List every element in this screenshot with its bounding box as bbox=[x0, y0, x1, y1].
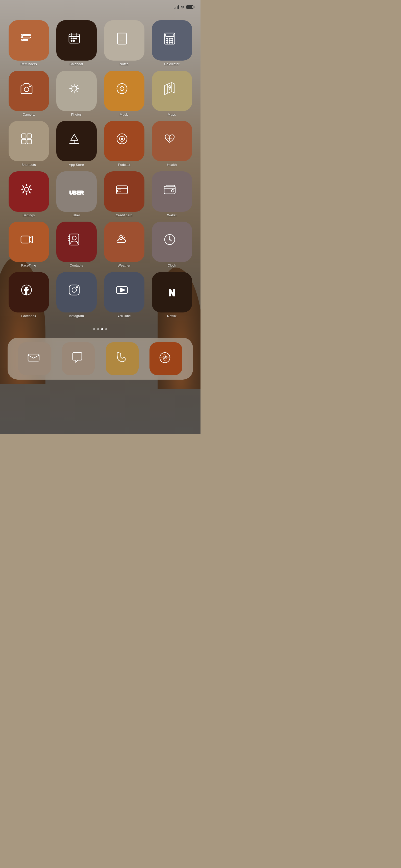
app-icon-appstore bbox=[56, 121, 97, 161]
svg-rect-5 bbox=[22, 39, 23, 40]
svg-point-57 bbox=[25, 187, 29, 191]
page-dot-3[interactable] bbox=[105, 328, 107, 330]
svg-rect-46 bbox=[22, 139, 26, 144]
app-uber[interactable]: UBERUber bbox=[54, 172, 99, 217]
app-icon-reminders bbox=[8, 20, 49, 61]
app-icon-creditcard bbox=[104, 172, 144, 212]
svg-point-28 bbox=[169, 42, 170, 43]
svg-point-52 bbox=[121, 138, 123, 140]
app-label-podcast: Podcast bbox=[118, 163, 130, 167]
app-clock[interactable]: Clock bbox=[149, 222, 195, 268]
app-icon-maps bbox=[152, 71, 192, 111]
svg-rect-4 bbox=[22, 37, 23, 38]
app-label-weather: Weather bbox=[118, 264, 130, 268]
signal-icon bbox=[174, 5, 179, 9]
app-settings[interactable]: Settings bbox=[6, 172, 51, 217]
app-notes[interactable]: Notes bbox=[102, 20, 147, 66]
app-shortcuts[interactable]: Shortcuts bbox=[6, 121, 51, 167]
app-instagram[interactable]: Instagram bbox=[54, 272, 99, 318]
app-icon-youtube bbox=[104, 272, 144, 312]
svg-rect-67 bbox=[21, 236, 30, 243]
svg-point-69 bbox=[72, 236, 76, 240]
svg-point-27 bbox=[166, 42, 168, 43]
app-facetime[interactable]: FaceTime bbox=[6, 222, 51, 268]
app-wallet[interactable]: Wallet bbox=[149, 172, 195, 217]
app-creditcard[interactable]: Credit card bbox=[102, 172, 147, 217]
app-label-photos: Photos bbox=[71, 113, 82, 117]
app-icon-calculator bbox=[152, 20, 192, 61]
app-netflix[interactable]: NNetflix bbox=[149, 272, 195, 318]
svg-rect-0 bbox=[23, 35, 31, 36]
app-photos[interactable]: Photos bbox=[54, 71, 99, 117]
svg-point-32 bbox=[72, 86, 77, 91]
app-facebook[interactable]: Facebook bbox=[6, 272, 51, 318]
app-maps[interactable]: Maps bbox=[149, 71, 195, 117]
page-dot-0[interactable] bbox=[93, 328, 95, 330]
app-icon-facebook bbox=[8, 272, 49, 312]
page-dot-2[interactable] bbox=[101, 328, 103, 330]
app-grid: RemindersCalendarNotesCalculatorCameraPh… bbox=[0, 15, 200, 323]
svg-line-37 bbox=[71, 85, 72, 86]
svg-point-84 bbox=[76, 286, 78, 288]
app-weather[interactable]: Weather bbox=[102, 222, 147, 268]
app-icon-instagram bbox=[56, 272, 97, 312]
svg-rect-20 bbox=[166, 34, 174, 37]
app-label-notes: Notes bbox=[120, 62, 128, 66]
app-music[interactable]: Music bbox=[102, 71, 147, 117]
app-icon-shortcuts bbox=[8, 121, 49, 161]
app-icon-netflix: N bbox=[152, 272, 192, 312]
svg-point-21 bbox=[166, 38, 168, 39]
app-label-netflix: Netflix bbox=[167, 314, 177, 318]
app-reminders[interactable]: Reminders bbox=[6, 20, 51, 66]
app-label-instagram: Instagram bbox=[69, 314, 84, 318]
app-icon-photos bbox=[56, 71, 97, 111]
svg-point-24 bbox=[166, 40, 168, 41]
app-label-facetime: FaceTime bbox=[21, 264, 36, 268]
dock-messages[interactable] bbox=[62, 342, 95, 375]
app-label-contacts: Contacts bbox=[70, 264, 83, 268]
svg-rect-61 bbox=[117, 190, 121, 192]
page-dots bbox=[0, 326, 200, 333]
app-label-youtube: YouTube bbox=[117, 314, 131, 318]
dock-mail[interactable] bbox=[18, 342, 51, 375]
page-dot-1[interactable] bbox=[97, 328, 99, 330]
app-health[interactable]: Health bbox=[149, 121, 195, 167]
app-label-calculator: Calculator bbox=[164, 62, 179, 66]
svg-point-26 bbox=[171, 40, 173, 41]
svg-rect-15 bbox=[117, 33, 126, 44]
app-icon-clock bbox=[152, 222, 192, 262]
svg-rect-68 bbox=[70, 234, 79, 245]
battery-icon bbox=[187, 5, 195, 9]
app-icon-podcast bbox=[104, 121, 144, 161]
app-label-health: Health bbox=[167, 163, 177, 167]
svg-rect-82 bbox=[69, 285, 79, 295]
app-label-appstore: App Store bbox=[69, 163, 84, 167]
app-calendar[interactable]: Calendar bbox=[54, 20, 99, 66]
svg-line-40 bbox=[71, 91, 72, 92]
svg-rect-14 bbox=[73, 40, 75, 41]
app-icon-calendar bbox=[56, 20, 97, 61]
app-contacts[interactable]: Contacts bbox=[54, 222, 99, 268]
app-icon-music bbox=[104, 71, 144, 111]
dock-safari[interactable] bbox=[149, 342, 182, 375]
app-label-clock: Clock bbox=[168, 264, 176, 268]
app-youtube[interactable]: YouTube bbox=[102, 272, 147, 318]
app-calculator[interactable]: Calculator bbox=[149, 20, 195, 66]
svg-line-38 bbox=[77, 91, 78, 92]
svg-text:N: N bbox=[169, 288, 175, 298]
svg-rect-1 bbox=[23, 37, 31, 38]
status-icons bbox=[174, 5, 195, 9]
app-label-creditcard: Credit card bbox=[116, 213, 133, 217]
app-podcast[interactable]: Podcast bbox=[102, 121, 147, 167]
app-camera[interactable]: Camera bbox=[6, 71, 51, 117]
svg-rect-11 bbox=[73, 38, 75, 39]
svg-line-39 bbox=[77, 85, 78, 86]
dock-phone[interactable] bbox=[106, 342, 139, 375]
svg-rect-45 bbox=[27, 134, 32, 138]
app-appstore[interactable]: App Store bbox=[54, 121, 99, 167]
svg-point-83 bbox=[72, 288, 77, 292]
app-icon-notes bbox=[104, 20, 144, 61]
svg-rect-3 bbox=[22, 34, 23, 35]
app-icon-weather bbox=[104, 222, 144, 262]
wifi-icon bbox=[180, 5, 185, 9]
